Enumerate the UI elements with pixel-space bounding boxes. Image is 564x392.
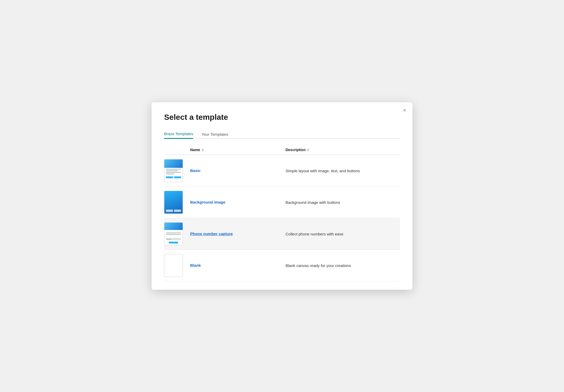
basic-link[interactable]: Basic xyxy=(190,168,201,173)
col-name-header[interactable]: Name xyxy=(190,148,285,152)
template-row-phone-capture[interactable]: xxx-xxx Phone number capture Collect pho… xyxy=(164,218,400,250)
basic-name[interactable]: Basic xyxy=(190,168,285,173)
bgimg-name[interactable]: Background image xyxy=(190,200,285,205)
tab-braze-templates[interactable]: Braze Templates xyxy=(164,129,193,139)
phone-thumbnail: xxx-xxx xyxy=(164,222,183,245)
bgimg-link[interactable]: Background image xyxy=(190,200,225,204)
select-template-modal: × Select a template Braze Templates Your… xyxy=(152,102,412,290)
table-header: Name Description xyxy=(164,145,400,155)
col-desc-header[interactable]: Description xyxy=(285,148,400,152)
desc-col-label: Description xyxy=(285,148,305,152)
basic-thumbnail xyxy=(164,159,183,182)
template-row-basic[interactable]: Basic Simple layout with image, text, an… xyxy=(164,155,400,187)
modal-title: Select a template xyxy=(164,113,400,122)
phone-link[interactable]: Phone number capture xyxy=(190,231,233,236)
bgimg-description: Background image with buttons xyxy=(285,200,400,205)
name-col-label: Name xyxy=(190,148,200,152)
blank-link[interactable]: Blank xyxy=(190,263,201,268)
name-sort-icon xyxy=(202,149,204,151)
template-row-blank[interactable]: Blank Blank canvas ready for your creati… xyxy=(164,250,400,281)
tab-your-templates[interactable]: Your Templates xyxy=(201,129,228,139)
bgimg-thumb-area xyxy=(164,191,190,214)
close-button[interactable]: × xyxy=(403,108,406,113)
phone-thumb-area: xxx-xxx xyxy=(164,222,190,245)
basic-description: Simple layout with image, text, and butt… xyxy=(285,169,400,173)
phone-description: Collect phone numbers with ease xyxy=(285,232,400,236)
tab-bar: Braze Templates Your Templates xyxy=(164,129,400,139)
template-row-background-image[interactable]: Background image Background image with b… xyxy=(164,187,400,218)
phone-name[interactable]: Phone number capture xyxy=(190,231,285,236)
blank-thumb-area xyxy=(164,254,190,277)
desc-sort-icon xyxy=(307,149,309,151)
basic-thumb-area xyxy=(164,159,190,182)
blank-thumbnail xyxy=(164,254,183,277)
bgimg-thumbnail xyxy=(164,191,183,214)
blank-description: Blank canvas ready for your creations xyxy=(285,263,400,268)
blank-name[interactable]: Blank xyxy=(190,263,285,268)
